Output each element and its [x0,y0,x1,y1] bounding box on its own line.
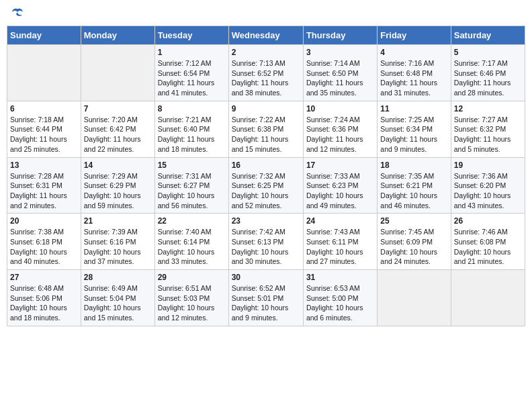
cell-sun-info: Sunrise: 6:48 AMSunset: 5:06 PMDaylight:… [10,283,78,323]
cell-sun-info: Sunrise: 7:13 AMSunset: 6:52 PMDaylight:… [232,58,300,98]
calendar-cell: 6Sunrise: 7:18 AMSunset: 6:44 PMDaylight… [7,101,81,157]
calendar-cell: 29Sunrise: 6:51 AMSunset: 5:03 PMDayligh… [154,270,228,326]
weekday-header: Friday [378,26,451,45]
cell-sun-info: Sunrise: 7:29 AMSunset: 6:29 PMDaylight:… [84,171,152,211]
calendar-cell: 23Sunrise: 7:42 AMSunset: 6:13 PMDayligh… [228,214,303,270]
calendar-cell [378,270,451,326]
calendar-cell: 5Sunrise: 7:17 AMSunset: 6:46 PMDaylight… [451,45,525,101]
day-number: 17 [306,161,374,170]
cell-sun-info: Sunrise: 7:24 AMSunset: 6:36 PMDaylight:… [306,115,374,154]
calendar-cell: 9Sunrise: 7:22 AMSunset: 6:38 PMDaylight… [228,101,303,157]
cell-sun-info: Sunrise: 7:36 AMSunset: 6:20 PMDaylight:… [454,171,522,211]
calendar-cell: 30Sunrise: 6:52 AMSunset: 5:01 PMDayligh… [228,270,303,326]
calendar-cell: 8Sunrise: 7:21 AMSunset: 6:40 PMDaylight… [154,101,228,157]
day-number: 9 [232,104,300,113]
calendar-cell [7,45,81,101]
weekday-header: Tuesday [154,26,228,45]
day-number: 14 [84,161,152,170]
day-number: 10 [306,104,374,113]
cell-sun-info: Sunrise: 7:38 AMSunset: 6:18 PMDaylight:… [10,227,78,267]
day-number: 1 [158,48,226,57]
cell-sun-info: Sunrise: 7:32 AMSunset: 6:25 PMDaylight:… [232,171,300,211]
day-number: 30 [232,273,300,282]
cell-sun-info: Sunrise: 7:12 AMSunset: 6:54 PMDaylight:… [158,58,226,98]
calendar-cell: 15Sunrise: 7:31 AMSunset: 6:27 PMDayligh… [154,157,228,214]
calendar-cell: 31Sunrise: 6:53 AMSunset: 5:00 PMDayligh… [303,270,377,326]
cell-sun-info: Sunrise: 7:20 AMSunset: 6:42 PMDaylight:… [84,115,152,154]
calendar-cell: 1Sunrise: 7:12 AMSunset: 6:54 PMDaylight… [154,45,228,101]
calendar-cell: 26Sunrise: 7:46 AMSunset: 6:08 PMDayligh… [451,214,525,270]
cell-sun-info: Sunrise: 7:43 AMSunset: 6:11 PMDaylight:… [306,227,374,267]
calendar-cell: 18Sunrise: 7:35 AMSunset: 6:21 PMDayligh… [378,157,451,214]
cell-sun-info: Sunrise: 7:27 AMSunset: 6:32 PMDaylight:… [454,115,522,154]
calendar-header-row: SundayMondayTuesdayWednesdayThursdayFrid… [7,26,525,45]
cell-sun-info: Sunrise: 7:18 AMSunset: 6:44 PMDaylight:… [10,115,78,154]
cell-sun-info: Sunrise: 7:31 AMSunset: 6:27 PMDaylight:… [158,171,226,211]
day-number: 4 [380,48,447,57]
day-number: 23 [232,216,300,226]
cell-sun-info: Sunrise: 7:21 AMSunset: 6:40 PMDaylight:… [158,115,226,154]
cell-sun-info: Sunrise: 7:45 AMSunset: 6:09 PMDaylight:… [380,227,447,267]
calendar-cell: 16Sunrise: 7:32 AMSunset: 6:25 PMDayligh… [228,157,303,214]
calendar-cell: 25Sunrise: 7:45 AMSunset: 6:09 PMDayligh… [378,214,451,270]
calendar-week-row: 1Sunrise: 7:12 AMSunset: 6:54 PMDaylight… [7,45,525,101]
day-number: 6 [10,104,78,113]
cell-sun-info: Sunrise: 7:28 AMSunset: 6:31 PMDaylight:… [10,171,78,211]
calendar-week-row: 13Sunrise: 7:28 AMSunset: 6:31 PMDayligh… [7,157,525,214]
day-number: 31 [306,273,374,282]
day-number: 19 [454,161,522,170]
cell-sun-info: Sunrise: 7:25 AMSunset: 6:34 PMDaylight:… [380,115,447,154]
day-number: 13 [10,161,78,170]
weekday-header: Monday [81,26,154,45]
calendar-cell: 17Sunrise: 7:33 AMSunset: 6:23 PMDayligh… [303,157,377,214]
cell-sun-info: Sunrise: 7:14 AMSunset: 6:50 PMDaylight:… [306,58,374,98]
day-number: 28 [84,273,152,282]
day-number: 3 [306,48,374,57]
calendar-cell: 24Sunrise: 7:43 AMSunset: 6:11 PMDayligh… [303,214,377,270]
cell-sun-info: Sunrise: 7:16 AMSunset: 6:48 PMDaylight:… [380,58,447,98]
weekday-header: Sunday [7,26,81,45]
cell-sun-info: Sunrise: 6:52 AMSunset: 5:01 PMDaylight:… [232,283,300,323]
calendar-cell: 13Sunrise: 7:28 AMSunset: 6:31 PMDayligh… [7,157,81,214]
day-number: 25 [380,216,447,226]
calendar-cell: 11Sunrise: 7:25 AMSunset: 6:34 PMDayligh… [378,101,451,157]
cell-sun-info: Sunrise: 7:35 AMSunset: 6:21 PMDaylight:… [380,171,447,211]
calendar-cell: 20Sunrise: 7:38 AMSunset: 6:18 PMDayligh… [7,214,81,270]
day-number: 7 [84,104,152,113]
weekday-header: Thursday [303,26,377,45]
day-number: 11 [380,104,447,113]
weekday-header: Saturday [451,26,525,45]
day-number: 24 [306,216,374,226]
cell-sun-info: Sunrise: 7:17 AMSunset: 6:46 PMDaylight:… [454,58,522,98]
day-number: 12 [454,104,522,113]
weekday-header: Wednesday [228,26,303,45]
day-number: 21 [84,216,152,226]
day-number: 22 [158,216,226,226]
calendar-cell [451,270,525,326]
cell-sun-info: Sunrise: 7:46 AMSunset: 6:08 PMDaylight:… [454,227,522,267]
day-number: 18 [380,161,447,170]
page-header [7,7,525,20]
logo-bird-icon [11,7,24,20]
day-number: 8 [158,104,226,113]
calendar-cell: 19Sunrise: 7:36 AMSunset: 6:20 PMDayligh… [451,157,525,214]
calendar-cell: 10Sunrise: 7:24 AMSunset: 6:36 PMDayligh… [303,101,377,157]
logo [9,7,24,20]
day-number: 2 [232,48,300,57]
calendar-cell: 4Sunrise: 7:16 AMSunset: 6:48 PMDaylight… [378,45,451,101]
day-number: 16 [232,161,300,170]
cell-sun-info: Sunrise: 6:49 AMSunset: 5:04 PMDaylight:… [84,283,152,323]
day-number: 27 [10,273,78,282]
calendar-cell: 3Sunrise: 7:14 AMSunset: 6:50 PMDaylight… [303,45,377,101]
calendar-cell: 14Sunrise: 7:29 AMSunset: 6:29 PMDayligh… [81,157,154,214]
calendar-week-row: 27Sunrise: 6:48 AMSunset: 5:06 PMDayligh… [7,270,525,326]
day-number: 15 [158,161,226,170]
calendar-cell: 21Sunrise: 7:39 AMSunset: 6:16 PMDayligh… [81,214,154,270]
cell-sun-info: Sunrise: 6:51 AMSunset: 5:03 PMDaylight:… [158,283,226,323]
calendar-cell: 28Sunrise: 6:49 AMSunset: 5:04 PMDayligh… [81,270,154,326]
calendar-cell: 27Sunrise: 6:48 AMSunset: 5:06 PMDayligh… [7,270,81,326]
calendar-cell: 2Sunrise: 7:13 AMSunset: 6:52 PMDaylight… [228,45,303,101]
cell-sun-info: Sunrise: 7:33 AMSunset: 6:23 PMDaylight:… [306,171,374,211]
day-number: 20 [10,216,78,226]
cell-sun-info: Sunrise: 7:39 AMSunset: 6:16 PMDaylight:… [84,227,152,267]
